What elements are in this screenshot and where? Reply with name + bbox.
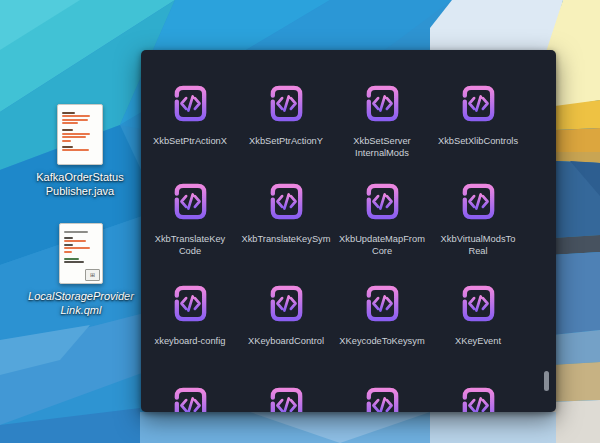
code-file-icon [169, 180, 212, 223]
file-item-label: xkeyboard-config [155, 335, 226, 347]
file-item[interactable]: XKeyEvent [430, 282, 526, 347]
file-item-label: XkbSetServer InternalMods [353, 135, 410, 159]
code-file-icon [361, 82, 404, 125]
file-item[interactable] [238, 384, 334, 412]
code-file-icon [361, 180, 404, 223]
desktop-icon-java-file[interactable]: KafkaOrderStatus Publisher.java [20, 104, 140, 199]
file-item-label: XkbVirtualModsTo Real [441, 233, 516, 257]
code-file-icon [265, 282, 308, 325]
code-file-icon [457, 82, 500, 125]
desktop-icon-label: KafkaOrderStatus Publisher.java [36, 170, 123, 199]
file-item-label: XkbSetPtrActionX [153, 135, 227, 147]
code-file-icon [265, 82, 308, 125]
code-file-icon [265, 384, 308, 412]
file-item[interactable]: XkbUpdateMapFrom Core [334, 180, 430, 257]
file-item-label: XKeyboardControl [248, 335, 324, 347]
file-item-label: XkbSetXlibControls [438, 135, 518, 147]
file-item-label: XkbTranslateKeySym [241, 233, 330, 245]
desktop: KafkaOrderStatus Publisher.java ⊞ LocalS… [0, 0, 600, 443]
qml-file-thumbnail: ⊞ [59, 223, 103, 284]
code-file-icon [169, 384, 212, 412]
code-file-icon [361, 282, 404, 325]
desktop-icon-label: LocalStorageProvider Link.qml [28, 289, 134, 318]
code-file-icon [457, 384, 500, 412]
file-item-label: XKeycodeToKeysym [339, 335, 424, 347]
desktop-icon-qml-link[interactable]: ⊞ LocalStorageProvider Link.qml [20, 223, 142, 318]
file-item[interactable]: XkbSetPtrActionY [238, 82, 334, 147]
file-item[interactable]: XkbSetServer InternalMods [334, 82, 430, 159]
file-item[interactable]: XKeyboardControl [238, 282, 334, 347]
file-item[interactable]: XkbVirtualModsTo Real [430, 180, 526, 257]
file-item-label: XkbSetPtrActionY [249, 135, 323, 147]
file-item-label: XkbTranslateKey Code [155, 233, 225, 257]
code-file-icon [457, 282, 500, 325]
scrollbar[interactable] [543, 50, 550, 412]
java-file-thumbnail [57, 104, 103, 165]
file-item[interactable] [430, 384, 526, 412]
file-item[interactable]: XkbTranslateKey Code [142, 180, 238, 257]
link-emblem-icon: ⊞ [85, 269, 100, 281]
file-item[interactable]: xkeyboard-config [142, 282, 238, 347]
file-item-label: XKeyEvent [455, 335, 501, 347]
file-item[interactable] [142, 384, 238, 412]
code-file-icon [169, 82, 212, 125]
code-file-icon [361, 384, 404, 412]
file-item-label: XkbUpdateMapFrom Core [339, 233, 425, 257]
file-item[interactable]: XkbTranslateKeySym [238, 180, 334, 245]
scrollbar-thumb[interactable] [544, 371, 549, 391]
folder-view-window: XkbSetPtrActionX XkbSetPtrActionY XkbSet… [141, 50, 556, 412]
file-item[interactable]: XkbSetXlibControls [430, 82, 526, 147]
file-item[interactable]: XkbSetPtrActionX [142, 82, 238, 147]
code-file-icon [457, 180, 500, 223]
file-item[interactable] [334, 384, 430, 412]
code-file-icon [169, 282, 212, 325]
file-item[interactable]: XKeycodeToKeysym [334, 282, 430, 347]
code-file-icon [265, 180, 308, 223]
